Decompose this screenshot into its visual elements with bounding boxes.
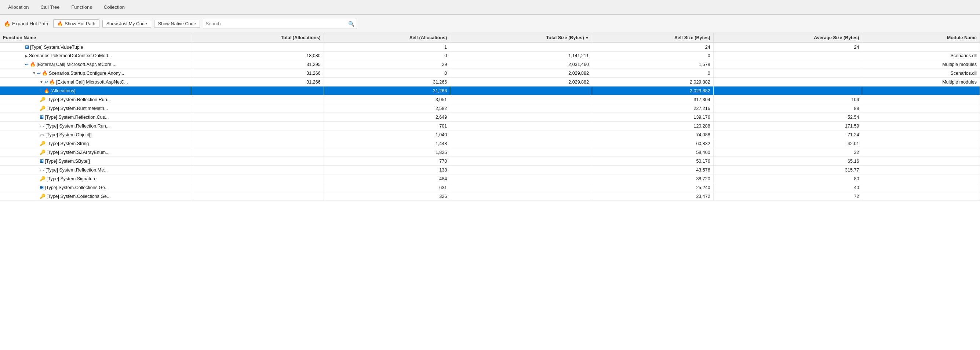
col-total-alloc[interactable]: Total (Allocations) <box>191 33 324 43</box>
table-row[interactable]: ⊞[Type] System.Reflection.Cus...2,649139… <box>0 113 980 122</box>
show-native-code-label: Show Native Code <box>158 21 196 26</box>
col-module-name[interactable]: Module Name <box>862 33 980 43</box>
table-row[interactable]: 🔑[Type] System.Collections.Ge...32623,47… <box>0 192 980 201</box>
expand-hot-path-text: Expand Hot Path <box>12 21 48 26</box>
tab-collection[interactable]: Collection <box>99 2 130 12</box>
table-row[interactable]: ▼↩🔥[External Call] Microsoft.AspNetC...3… <box>0 78 980 87</box>
show-just-my-code-button[interactable]: Show Just My Code <box>102 20 151 28</box>
table-header-row: Function Name Total (Allocations) Self (… <box>0 33 980 43</box>
table-row[interactable]: 🔑[Type] System.Reflection.Run...3,051317… <box>0 95 980 104</box>
tab-functions[interactable]: Functions <box>66 2 97 12</box>
show-just-my-code-label: Show Just My Code <box>107 21 147 26</box>
table-row[interactable]: 🔑[Type] System.SZArrayEnum...1,82558,400… <box>0 148 980 157</box>
table-row[interactable]: 🗝[Type] System.Reflection.Run...701120,2… <box>0 122 980 130</box>
tab-call-tree[interactable]: Call Tree <box>35 2 65 12</box>
col-function-name[interactable]: Function Name <box>0 33 191 43</box>
expand-hot-path-label: 🔥 Expand Hot Path <box>4 21 48 27</box>
table-row[interactable]: 🗝[Type] System.Reflection.Me...13843,576… <box>0 166 980 174</box>
search-icon: 🔍 <box>348 21 355 27</box>
table-row[interactable]: ↩🔥[External Call] Microsoft.AspNetCore..… <box>0 60 980 69</box>
table-row[interactable]: ⊞[Type] System.SByte[]77050,17665.16 <box>0 157 980 166</box>
nav-tabs: Allocation Call Tree Functions Collectio… <box>0 0 980 15</box>
show-hot-path-label: Show Hot Path <box>65 21 95 26</box>
show-native-code-button[interactable]: Show Native Code <box>154 20 200 28</box>
table-row[interactable]: ▽🔥[Allocations]31,2662,029,882 <box>0 87 980 95</box>
search-box[interactable]: 🔍 <box>203 19 357 29</box>
table-row[interactable]: 🗝[Type] System.Object[]1,04074,08871.24 <box>0 130 980 139</box>
table-row[interactable]: 🔑[Type] System.String1,44860,83242.01 <box>0 139 980 148</box>
table-wrapper: Function Name Total (Allocations) Self (… <box>0 33 980 350</box>
table-row[interactable]: ⊞[Type] System.ValueTuple12424 <box>0 43 980 52</box>
search-input[interactable] <box>205 21 348 26</box>
table-row[interactable]: ▼↩🔥Scenarios.Startup.Configure.Anony...3… <box>0 69 980 78</box>
col-self-alloc[interactable]: Self (Allocations) <box>324 33 450 43</box>
hot-path-icon: 🔥 <box>57 21 63 26</box>
table-row[interactable]: ▶Scenarios.PokemonDbContext.OnMod...18,0… <box>0 52 980 60</box>
table-row[interactable]: 🔑[Type] System.Signature48438,72080 <box>0 174 980 183</box>
col-self-size[interactable]: Self Size (Bytes) <box>592 33 713 43</box>
tab-allocation[interactable]: Allocation <box>3 2 34 12</box>
flame-icon: 🔥 <box>4 21 11 27</box>
profiler-table: Function Name Total (Allocations) Self (… <box>0 33 980 201</box>
table-row[interactable]: 🔑[Type] System.RuntimeMeth...2,582227,21… <box>0 104 980 113</box>
table-row[interactable]: ⊞[Type] System.Collections.Ge...63125,24… <box>0 183 980 192</box>
col-total-size[interactable]: Total Size (Bytes) <box>450 33 592 43</box>
toolbar: 🔥 Expand Hot Path 🔥 Show Hot Path Show J… <box>0 15 980 33</box>
show-hot-path-button[interactable]: 🔥 Show Hot Path <box>53 19 99 28</box>
col-avg-size[interactable]: Average Size (Bytes) <box>713 33 862 43</box>
